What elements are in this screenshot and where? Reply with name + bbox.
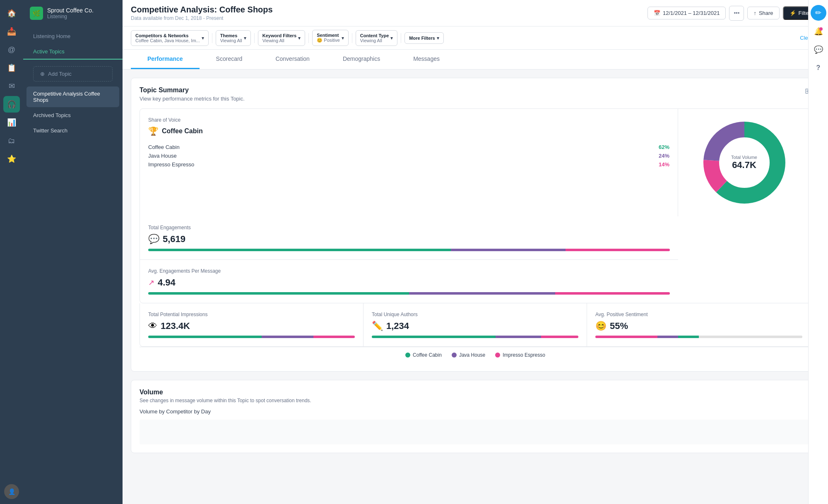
sov-row-impresso: Impresso Espresso 14% bbox=[148, 160, 669, 169]
filter-sentiment-label: Sentiment bbox=[317, 33, 340, 38]
sov-name-impresso: Impresso Espresso bbox=[148, 161, 194, 168]
volume-card: Volume See changes in message volume wit… bbox=[131, 380, 820, 453]
unique-authors-label: Total Unique Authors bbox=[372, 312, 578, 317]
eye-icon: 👁 bbox=[148, 321, 157, 331]
sov-pct-impresso: 14% bbox=[659, 161, 669, 168]
bar-green-2 bbox=[148, 292, 409, 295]
unique-authors-box: Total Unique Authors ✏️ 1,234 bbox=[363, 303, 587, 346]
sov-winner-name: Coffee Cabin bbox=[162, 127, 203, 135]
tab-conversation[interactable]: Conversation bbox=[259, 50, 326, 69]
mentions-icon[interactable]: @ bbox=[3, 41, 20, 58]
header-title-area: Competitive Analysis: Coffee Shops Data … bbox=[131, 5, 273, 21]
sov-pct-java-house: 24% bbox=[659, 153, 669, 159]
right-icon-panel: ✏ 🔔 💬 ? bbox=[808, 0, 828, 504]
filter-competitors[interactable]: Competitors & Networks Coffee Cabin, Jav… bbox=[131, 30, 209, 46]
messages-button[interactable]: 💬 bbox=[811, 42, 826, 57]
home-icon[interactable]: 🏠 bbox=[3, 5, 20, 22]
filter-icon: ⚡ bbox=[789, 10, 796, 16]
tab-performance[interactable]: Performance bbox=[131, 50, 200, 69]
tasks-icon[interactable]: 📋 bbox=[3, 60, 20, 76]
volume-title: Volume bbox=[140, 389, 811, 396]
filter-sentiment[interactable]: Sentiment 😊 Positive ▾ bbox=[312, 30, 349, 46]
notifications-button[interactable]: 🔔 bbox=[811, 24, 826, 39]
inbox-icon[interactable]: 📥 bbox=[3, 23, 20, 40]
bar-green-3 bbox=[148, 336, 262, 338]
sidebar-topic-competitive-analysis[interactable]: Competitive Analysis Coffee Shops bbox=[26, 86, 119, 107]
share-button[interactable]: ↑ Share bbox=[747, 7, 779, 19]
tab-demographics[interactable]: Demographics bbox=[326, 50, 397, 69]
add-topic-button[interactable]: ⊕ Add Topic bbox=[33, 66, 113, 82]
filter-themes-label: Themes bbox=[220, 33, 242, 38]
publish-icon[interactable]: ✉ bbox=[3, 78, 20, 94]
compose-fab-button[interactable]: ✏ bbox=[811, 5, 826, 21]
topic-summary-title: Topic Summary bbox=[140, 86, 245, 94]
avg-engagements-bar bbox=[148, 292, 670, 295]
donut-chart: Total Volume 64.7K bbox=[699, 117, 790, 208]
legend-impresso: Impresso Espresso bbox=[495, 352, 545, 358]
bar-purple-4 bbox=[496, 336, 541, 338]
filter-bar: Competitors & Networks Coffee Cabin, Jav… bbox=[123, 26, 828, 50]
chevron-down-icon-3: ▾ bbox=[298, 35, 301, 41]
filter-divider-4 bbox=[352, 33, 352, 43]
total-engagements-label: Total Engagements bbox=[148, 225, 670, 230]
more-options-button[interactable]: ••• bbox=[729, 6, 744, 21]
brand-icon: 🌿 bbox=[30, 7, 43, 20]
total-engagements-value: 5,619 bbox=[163, 234, 185, 245]
sov-row-coffee-cabin: Coffee Cabin 62% bbox=[148, 143, 669, 151]
total-impressions-box: Total Potential Impressions 👁 123.4K bbox=[140, 303, 363, 346]
icon-bar: 🏠 📥 @ 📋 ✉ 🎧 📊 🗂 ⭐ 👤 bbox=[0, 0, 23, 504]
date-range-value: 12/1/2021 – 12/31/2021 bbox=[663, 10, 720, 16]
pencil-icon: ✏️ bbox=[372, 321, 383, 331]
filter-themes[interactable]: Themes Viewing All ▾ bbox=[216, 30, 251, 46]
help-button[interactable]: ? bbox=[811, 60, 826, 75]
bar-green-5 bbox=[678, 336, 699, 338]
volume-chart-placeholder bbox=[140, 420, 811, 444]
unique-authors-value: 1,234 bbox=[386, 321, 409, 331]
filter-divider-1 bbox=[212, 33, 212, 43]
filter-more[interactable]: More Filters ▾ bbox=[404, 32, 443, 44]
filter-divider-3 bbox=[308, 33, 309, 43]
filter-divider-2 bbox=[254, 33, 255, 43]
sidebar-brand: 🌿 Sprout Coffee Co. Listening bbox=[23, 0, 123, 25]
bottom-metrics-row: Total Potential Impressions 👁 123.4K Tot… bbox=[140, 303, 811, 347]
sidebar-item-archived-topics[interactable]: Archived Topics bbox=[26, 108, 119, 122]
filter-keyword[interactable]: Keyword Filters Viewing All ▾ bbox=[258, 30, 306, 46]
topic-summary-subtitle: View key performance metrics for this To… bbox=[140, 96, 245, 102]
filter-keyword-label: Keyword Filters bbox=[262, 33, 297, 38]
listening-icon[interactable]: 🎧 bbox=[3, 96, 20, 113]
main-content: Competitive Analysis: Coffee Shops Data … bbox=[123, 0, 828, 504]
sidebar-item-listening-home[interactable]: Listening Home bbox=[26, 29, 119, 43]
total-impressions-value-row: 👁 123.4K bbox=[148, 321, 355, 331]
user-avatar[interactable]: 👤 bbox=[4, 484, 19, 499]
sov-winner: 🏆 Coffee Cabin bbox=[148, 126, 669, 136]
total-engagements-bar bbox=[148, 249, 670, 251]
star-icon[interactable]: ⭐ bbox=[3, 151, 20, 167]
avg-engagements-value: 4.94 bbox=[158, 277, 176, 288]
positive-sentiment-value: 55% bbox=[610, 321, 628, 331]
brand-company: Sprout Coffee Co. bbox=[47, 7, 94, 14]
legend-dot-impresso bbox=[495, 353, 500, 358]
analytics-icon[interactable]: 📊 bbox=[3, 114, 20, 131]
positive-sentiment-box: Avg. Positive Sentiment 😊 55% bbox=[587, 303, 811, 346]
plus-icon: ⊕ bbox=[40, 71, 45, 77]
ellipsis-icon: ••• bbox=[734, 10, 739, 16]
bar-pink-5 bbox=[595, 336, 657, 338]
total-engagements-box: Total Engagements 💬 5,619 bbox=[140, 216, 678, 260]
legend-dot-java-house bbox=[452, 353, 457, 358]
bubble-icon: 💬 bbox=[148, 234, 159, 245]
date-range-button[interactable]: 📅 12/1/2021 – 12/31/2021 bbox=[647, 7, 726, 19]
positive-sentiment-bar bbox=[595, 336, 802, 338]
filter-content-type[interactable]: Content Type Viewing All ▾ bbox=[356, 30, 397, 46]
sidebar: 🌿 Sprout Coffee Co. Listening Listening … bbox=[23, 0, 123, 504]
tab-messages[interactable]: Messages bbox=[397, 50, 456, 69]
avg-engagements-box: Avg. Engagements Per Message ↗ 4.94 bbox=[140, 260, 678, 303]
sidebar-nav: Listening Home Active Topics ⊕ Add Topic… bbox=[23, 25, 123, 504]
filter-content-type-label: Content Type bbox=[360, 33, 389, 38]
filter-keyword-value: Viewing All bbox=[262, 38, 297, 43]
tasks2-icon[interactable]: 🗂 bbox=[3, 132, 20, 149]
volume-subtitle: See changes in message volume within thi… bbox=[140, 398, 811, 403]
tab-scorecard[interactable]: Scorecard bbox=[200, 50, 259, 69]
arrow-up-icon: ↗ bbox=[148, 278, 154, 287]
sidebar-item-active-topics[interactable]: Active Topics bbox=[23, 44, 123, 60]
sidebar-item-twitter-search[interactable]: Twitter Search bbox=[26, 123, 119, 138]
